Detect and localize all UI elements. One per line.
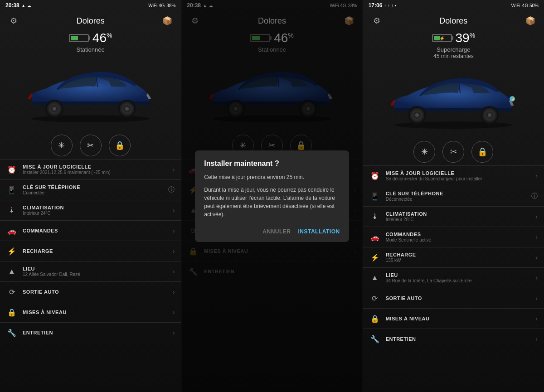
menu-item-title: CLÉ SUR TÉLÉPHONE xyxy=(23,184,168,190)
menu-item-title: LIEU xyxy=(23,266,171,271)
menu-item-subtitle: 12 Allée Salvador Dali, Rezé xyxy=(23,272,171,277)
menu-item-content: RECHARGE 135 kW xyxy=(386,252,534,263)
dialog-line2: Durant la mise à jour, vous ne pourrez p… xyxy=(204,186,340,218)
scissors-button[interactable]: ✂ xyxy=(80,135,102,156)
menu-item-icon: ▲ xyxy=(369,272,380,283)
svg-point-10 xyxy=(125,107,129,111)
menu-item[interactable]: ⚡ RECHARGE › xyxy=(0,241,181,261)
phone-panel-1: 20:38 ▲ ☁WiFi 4G 38% ⚙ Dolores 📦 46% Sta… xyxy=(0,0,181,392)
battery-fill xyxy=(71,36,78,40)
status-icons: ↑ ↑ ↑ • xyxy=(384,3,396,8)
chevron-icon: › xyxy=(173,288,175,295)
menu-item-content: LIEU 12 Allée Salvador Dali, Rezé xyxy=(23,266,171,277)
menu-item[interactable]: 🔧 ENTRETIEN › xyxy=(363,329,544,349)
menu-item-subtitle: Intérieur 28°C xyxy=(386,217,534,222)
menu-item-icon: ▲ xyxy=(6,266,17,277)
menu-item[interactable]: 📱 CLÉ SUR TÉLÉPHONE Connectée ⓘ xyxy=(0,179,181,200)
dialog-confirm-button[interactable]: INSTALLATION xyxy=(298,227,340,237)
svg-text:⚡: ⚡ xyxy=(511,97,515,102)
lock-button[interactable]: 🔒 xyxy=(109,135,131,156)
box-icon[interactable]: 📦 xyxy=(524,15,537,27)
menu-item[interactable]: 🔧 ENTRETIEN › xyxy=(0,322,181,343)
menu-item-title: CLIMATISATION xyxy=(23,205,171,210)
car-name: Dolores xyxy=(383,16,524,26)
menu-list: ⏰ MISE À JOUR LOGICIELLE Installer 2021.… xyxy=(0,159,181,392)
menu-item[interactable]: 📱 CLÉ SUR TÉLÉPHONE Déconnectée ⓘ xyxy=(363,186,544,206)
menu-item-title: MISES À NIVEAU xyxy=(386,316,534,321)
menu-item[interactable]: 🚗 COMMANDES Mode Sentinelle activé › xyxy=(363,227,544,247)
menu-item-content: MISE À JOUR LOGICIELLE Se déconnecter du… xyxy=(386,170,534,181)
menu-item-subtitle: 135 kW xyxy=(386,258,534,263)
menu-item[interactable]: ▲ LIEU 12 Allée Salvador Dali, Rezé › xyxy=(0,261,181,281)
settings-icon[interactable]: ⚙ xyxy=(7,15,20,27)
menu-item-title: MISE À JOUR LOGICIELLE xyxy=(386,170,534,176)
info-icon: ⓘ xyxy=(168,186,175,194)
dialog-body: Cette mise à jour prendra environ 25 min… xyxy=(204,173,340,218)
battery-percent: 46% xyxy=(92,31,112,45)
menu-item-subtitle: Mode Sentinelle activé xyxy=(386,237,534,242)
menu-item-icon: 🚗 xyxy=(6,225,17,236)
menu-item[interactable]: ▲ LIEU 34 Rue de la Vrière, La Chapelle-… xyxy=(363,267,544,288)
chevron-icon: › xyxy=(173,207,175,214)
dialog-title: Installer maintenant ? xyxy=(204,160,340,168)
wifi-signal: WiFi 4G xyxy=(148,3,165,8)
menu-item-content: COMMANDES Mode Sentinelle activé xyxy=(386,232,534,242)
menu-item-icon: 📱 xyxy=(369,191,380,202)
lock-button[interactable]: 🔒 xyxy=(471,141,493,163)
menu-item[interactable]: 🔒 MISES À NIVEAU › xyxy=(363,308,544,329)
menu-item-title: RECHARGE xyxy=(386,252,534,257)
menu-item[interactable]: 🔒 MISES À NIVEAU › xyxy=(0,302,181,322)
svg-point-32 xyxy=(488,113,491,117)
chevron-icon: › xyxy=(535,315,538,322)
menu-item-title: COMMANDES xyxy=(23,228,171,233)
dialog-actions: ANNULER INSTALLATION xyxy=(204,223,340,237)
dialog-cancel-button[interactable]: ANNULER xyxy=(262,227,291,237)
menu-item-subtitle: Déconnectée xyxy=(386,197,531,202)
menu-item-title: RECHARGE xyxy=(23,248,171,254)
chevron-icon: › xyxy=(173,309,175,316)
menu-list: ⏰ MISE À JOUR LOGICIELLE Se déconnecter … xyxy=(363,165,544,392)
menu-item[interactable]: ⟳ SORTIE AUTO › xyxy=(363,288,544,308)
menu-item[interactable]: ⚡ RECHARGE 135 kW › xyxy=(363,247,544,267)
menu-item-title: SORTIE AUTO xyxy=(23,289,171,295)
settings-icon[interactable]: ⚙ xyxy=(370,15,383,27)
menu-item-icon: 🌡 xyxy=(369,211,380,222)
battery-percent: 39% xyxy=(456,31,476,45)
menu-item-icon: ⏰ xyxy=(369,170,380,181)
box-icon[interactable]: 📦 xyxy=(161,15,174,27)
menu-item[interactable]: ⟳ SORTIE AUTO › xyxy=(0,281,181,302)
menu-item[interactable]: ⏰ MISE À JOUR LOGICIELLE Se déconnecter … xyxy=(363,165,544,186)
menu-item-content: MISES À NIVEAU xyxy=(23,310,171,315)
menu-item-content: LIEU 34 Rue de la Vrière, La Chapelle-su… xyxy=(386,272,534,283)
time-display: 20:38 xyxy=(5,2,19,9)
menu-item[interactable]: ⏰ MISE À JOUR LOGICIELLE Installer 2021.… xyxy=(0,159,181,179)
fan-button[interactable]: ✳ xyxy=(51,135,73,156)
menu-item-title: CLIMATISATION xyxy=(386,211,534,217)
menu-item[interactable]: 🌡 CLIMATISATION Intérieur 24°C › xyxy=(0,200,181,220)
menu-item-title: SORTIE AUTO xyxy=(386,295,534,301)
svg-point-6 xyxy=(53,107,56,111)
menu-item[interactable]: 🌡 CLIMATISATION Intérieur 28°C › xyxy=(363,206,544,227)
car-image-area xyxy=(0,54,181,131)
menu-item-content: SORTIE AUTO xyxy=(386,295,534,301)
chevron-icon: › xyxy=(535,213,538,220)
phone-panel-2: 20:38 ▲ ☁WiFi 4G 38% ⚙ Dolores 📦 46% Sta… xyxy=(181,0,363,392)
chevron-icon: › xyxy=(173,268,175,275)
dialog-line1: Cette mise à jour prendra environ 25 min… xyxy=(204,173,340,181)
wifi-icon: WiFi xyxy=(511,3,520,8)
menu-item-content: CLIMATISATION Intérieur 28°C xyxy=(386,211,534,222)
menu-item-title: ENTRETIEN xyxy=(386,336,534,342)
car-image-area: ⚡ xyxy=(363,60,544,137)
scissors-button[interactable]: ✂ xyxy=(442,141,464,163)
menu-item-content: CLIMATISATION Intérieur 24°C xyxy=(23,205,171,216)
chevron-icon: › xyxy=(173,227,175,234)
menu-item-content: CLÉ SUR TÉLÉPHONE Déconnectée xyxy=(386,191,531,202)
menu-item-icon: 🔒 xyxy=(6,307,17,318)
status-bar: 20:38 ▲ ☁WiFi 4G 38% xyxy=(0,0,181,11)
menu-item-content: COMMANDES xyxy=(23,228,171,233)
menu-item[interactable]: 🚗 COMMANDES › xyxy=(0,220,181,241)
fan-button[interactable]: ✳ xyxy=(413,141,435,163)
chevron-icon: › xyxy=(535,233,538,241)
menu-item-subtitle: Intérieur 24°C xyxy=(23,211,171,216)
menu-item-icon: 🔧 xyxy=(6,327,17,338)
